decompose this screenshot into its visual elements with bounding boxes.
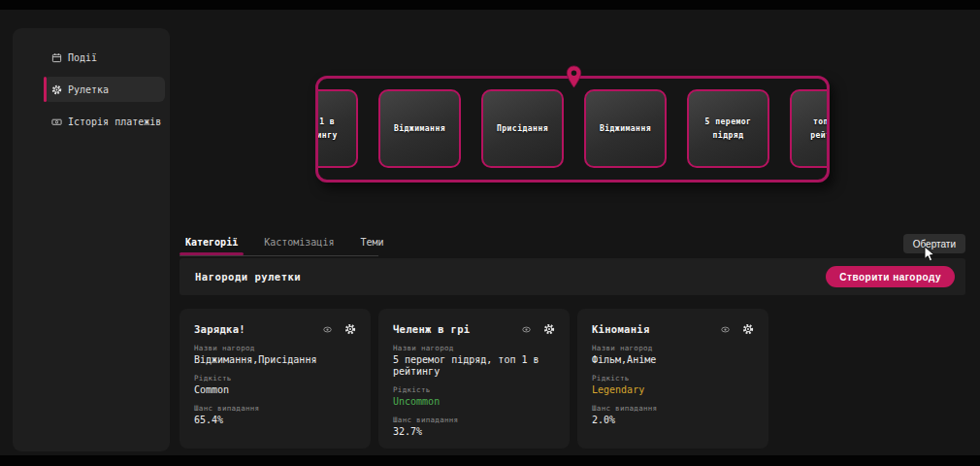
banknote-icon [51,116,62,127]
visibility-icon[interactable] [522,325,531,334]
create-reward-button[interactable]: Створити нагороду [826,266,955,287]
rewards-header-bar: Нагороди рулетки Створити нагороду [180,258,965,295]
reward-card-title: Челенж в грі [393,323,470,335]
sidebar-item-payment-history[interactable]: Історія платежів [44,110,165,133]
sidebar-item-label: Рулетка [68,84,109,95]
rarity-value: Common [194,384,356,396]
reward-card-title: Зарядка! [194,323,245,335]
sidebar-item-roulette[interactable]: Рулетка [44,77,165,102]
drop-chance-value: 65.4% [194,415,356,426]
roulette-slot: топ 1 в рейтингу [318,89,358,168]
settings-gear-icon[interactable] [344,323,356,335]
settings-gear-icon[interactable] [742,323,754,335]
active-accent-bar [44,77,47,102]
roulette-wheel-icon [51,84,62,95]
visibility-icon[interactable] [721,325,730,334]
rarity-label: Рідкість [592,374,754,383]
reward-card: Кіноманія Назви нагород Фільм,Аніме Рідк… [577,309,768,449]
drop-chance-label: Шанс випадання [592,404,754,413]
tab-customization[interactable]: Кастомізація [258,237,340,255]
rarity-label: Рідкість [393,385,555,394]
reward-names-label: Назви нагород [393,344,555,352]
sidebar-item-label: Події [68,52,97,63]
reward-names-label: Назви нагород [194,344,356,352]
reward-names-value: Віджимання,Присідання [194,354,356,366]
settings-gear-icon[interactable] [543,323,555,335]
roulette-strip: топ 1 в рейтингу Віджимання Присідання В… [315,76,830,183]
reward-cards-row: Зарядка! Назви нагород Віджимання,Присід… [180,309,768,449]
reward-card-title: Кіноманія [592,323,650,335]
roulette-slot: топ 1 в рейтингу [790,89,827,168]
rewards-title: Нагороди рулетки [195,271,301,283]
tabs-divider [180,255,378,256]
reward-card: Зарядка! Назви нагород Віджимання,Присід… [180,309,371,449]
roulette-slot: Віджимання [378,89,461,168]
roulette-track: топ 1 в рейтингу Віджимання Присідання В… [318,79,827,180]
tab-bar: Категорії Кастомізація Теми [180,237,390,255]
tab-themes[interactable]: Теми [354,237,389,255]
rarity-value: Uncommon [393,396,555,408]
visibility-icon[interactable] [323,325,332,334]
reward-names-value: Фільм,Аніме [592,354,754,366]
tab-categories[interactable]: Категорії [180,237,244,255]
map-pin-icon [566,64,582,89]
roulette-slot: Віджимання [584,89,667,168]
reward-names-value: 5 перемог підряд, топ 1 в рейтингу [393,354,555,378]
drop-chance-label: Шанс випадання [393,416,555,424]
calendar-icon [51,52,62,63]
drop-chance-value: 32.7% [393,426,555,438]
rarity-label: Рідкість [194,374,356,383]
sidebar: Події Рулетка Історія платежів [13,28,170,451]
bottom-black-strip [0,455,980,466]
roulette-slot: 5 перемог підряд [687,89,769,168]
top-black-strip [0,0,980,10]
mouse-cursor-icon [923,246,936,263]
drop-chance-label: Шанс випадання [194,404,356,413]
roulette-slot: Присідання [481,89,564,168]
sidebar-item-label: Історія платежів [68,116,161,127]
reward-card: Челенж в грі Назви нагород 5 перемог під… [378,309,570,449]
rarity-value: Legendary [592,384,754,396]
reward-names-label: Назви нагород [592,344,754,352]
drop-chance-value: 2.0% [592,415,754,426]
sidebar-item-events[interactable]: Події [44,46,165,69]
